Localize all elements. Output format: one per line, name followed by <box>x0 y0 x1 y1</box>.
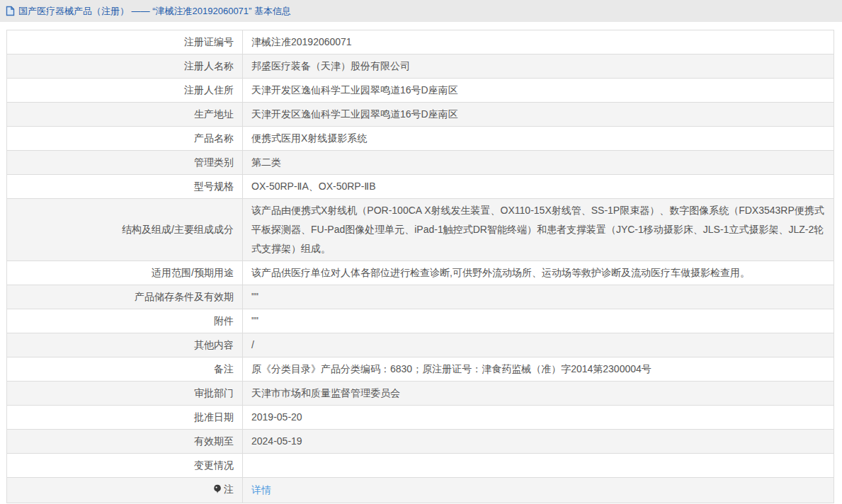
row-label: 审批部门 <box>7 382 243 406</box>
info-table-body: 注册证编号 津械注准20192060071 注册人名称 邦盛医疗装备（天津）股份… <box>7 30 834 503</box>
table-row: 产品储存条件及有效期 "" <box>7 285 834 309</box>
row-value: 原《分类目录》产品分类编码：6830；原注册证号：津食药监械（准）字2014第2… <box>243 357 834 382</box>
row-value: 2024-05-19 <box>243 430 834 454</box>
registration-info-table: 注册证编号 津械注准20192060071 注册人名称 邦盛医疗装备（天津）股份… <box>6 30 834 503</box>
row-label-text: 型号规格 <box>194 181 234 192</box>
row-label: 附件 <box>7 309 243 333</box>
row-label-text: 附件 <box>214 315 234 326</box>
table-row: 产品名称 便携式医用X射线摄影系统 <box>7 127 834 151</box>
row-value: 邦盛医疗装备（天津）股份有限公司 <box>243 55 834 79</box>
row-label: 备注 <box>7 357 243 382</box>
row-label-text: 产品名称 <box>194 132 234 144</box>
table-row: 管理类别 第二类 <box>7 151 834 175</box>
row-label-text: 生产地址 <box>194 108 234 120</box>
row-label: 注 <box>7 478 243 503</box>
row-value: 便携式医用X射线摄影系统 <box>243 127 834 151</box>
row-label-text: 适用范围/预期用途 <box>152 267 234 278</box>
row-label-text: 变更情况 <box>194 459 234 471</box>
row-label-text: 管理类别 <box>194 156 234 168</box>
table-row: 型号规格 OX-50RP-ⅡA、OX-50RP-ⅡB <box>7 175 834 199</box>
row-value: 天津开发区逸仙科学工业园翠鸣道16号D座南区 <box>243 79 834 103</box>
table-row: 有效期至 2024-05-19 <box>7 430 834 454</box>
detail-link[interactable]: 详情 <box>251 484 271 496</box>
row-label: 产品储存条件及有效期 <box>7 285 243 309</box>
table-row: 结构及组成/主要组成成分 该产品由便携式X射线机（POR-100CA X射线发生… <box>7 199 834 261</box>
row-label-text: 批准日期 <box>194 411 234 423</box>
row-value: 津械注准20192060071 <box>243 30 834 55</box>
table-row: 其他内容 / <box>7 333 834 357</box>
table-row: 注册人名称 邦盛医疗装备（天津）股份有限公司 <box>7 55 834 79</box>
row-label: 注册人名称 <box>7 55 243 79</box>
row-value: "" <box>243 285 834 309</box>
row-label-text: 注册人名称 <box>184 60 234 71</box>
row-label: 其他内容 <box>7 333 243 357</box>
row-value: / <box>243 333 834 357</box>
table-row: 生产地址 天津开发区逸仙科学工业园翠鸣道16号D座南区 <box>7 103 834 127</box>
row-label: 有效期至 <box>7 430 243 454</box>
row-label-text: 审批部门 <box>194 387 234 399</box>
row-label-text: 备注 <box>214 363 234 374</box>
table-row: 批准日期 2019-05-20 <box>7 406 834 430</box>
row-value: 第二类 <box>243 151 834 175</box>
table-row: 附件 "" <box>7 309 834 333</box>
row-label: 注册人住所 <box>7 79 243 103</box>
row-value: 天津市市场和质量监督管理委员会 <box>243 382 834 406</box>
row-value: 详情 <box>243 478 834 503</box>
row-value: 天津开发区逸仙科学工业园翠鸣道16号D座南区 <box>243 103 834 127</box>
row-label-text: 注册人住所 <box>184 84 234 96</box>
row-label: 变更情况 <box>7 454 243 478</box>
row-label: 注册证编号 <box>7 30 243 55</box>
row-label: 批准日期 <box>7 406 243 430</box>
row-label: 结构及组成/主要组成成分 <box>7 199 243 261</box>
row-label-text: 注册证编号 <box>184 36 234 47</box>
row-label: 产品名称 <box>7 127 243 151</box>
table-row: 注册人住所 天津开发区逸仙科学工业园翠鸣道16号D座南区 <box>7 79 834 103</box>
row-value: 该产品由便携式X射线机（POR-100CA X射线发生装置、OX110-15X射… <box>243 199 834 261</box>
note-pin-icon <box>213 481 222 500</box>
table-row: 备注 原《分类目录》产品分类编码：6830；原注册证号：津食药监械（准）字201… <box>7 357 834 382</box>
row-value: "" <box>243 309 834 333</box>
row-label-text: 有效期至 <box>194 435 234 447</box>
table-row: 变更情况 <box>7 454 834 478</box>
row-label: 管理类别 <box>7 151 243 175</box>
row-label-text: 其他内容 <box>194 339 234 350</box>
row-value: 2019-05-20 <box>243 406 834 430</box>
row-value: 该产品供医疗单位对人体各部位进行检查诊断,可供野外流动场所、运动场等救护诊断及流… <box>243 261 834 285</box>
row-value <box>243 454 834 478</box>
row-label: 生产地址 <box>7 103 243 127</box>
row-label-text: 结构及组成/主要组成成分 <box>122 224 234 235</box>
row-label-text: 产品储存条件及有效期 <box>135 291 234 302</box>
row-label-text: 注 <box>224 483 234 495</box>
row-value: OX-50RP-ⅡA、OX-50RP-ⅡB <box>243 175 834 199</box>
row-label: 型号规格 <box>7 175 243 199</box>
document-icon <box>6 6 15 16</box>
table-row: 适用范围/预期用途 该产品供医疗单位对人体各部位进行检查诊断,可供野外流动场所、… <box>7 261 834 285</box>
table-row: 注 详情 <box>7 478 834 503</box>
content-area: 注册证编号 津械注准20192060071 注册人名称 邦盛医疗装备（天津）股份… <box>0 22 842 504</box>
page-title: 国产医疗器械产品（注册） —— “津械注准20192060071” 基本信息 <box>18 5 291 18</box>
table-row: 审批部门 天津市市场和质量监督管理委员会 <box>7 382 834 406</box>
table-row: 注册证编号 津械注准20192060071 <box>7 30 834 55</box>
row-label: 适用范围/预期用途 <box>7 261 243 285</box>
page-header: 国产医疗器械产品（注册） —— “津械注准20192060071” 基本信息 <box>0 0 842 22</box>
